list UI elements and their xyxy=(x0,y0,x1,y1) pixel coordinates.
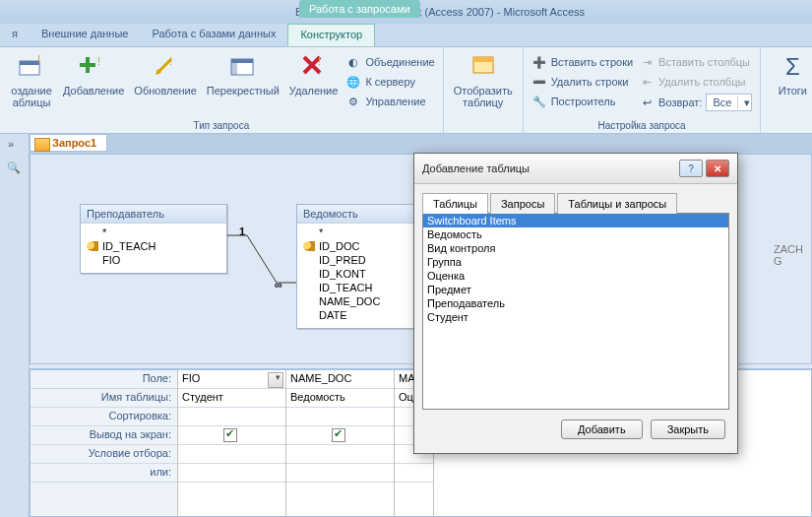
list-item[interactable]: Преподаватель xyxy=(423,296,728,310)
passthrough-button[interactable]: 🌐К серверу xyxy=(344,73,436,91)
label-show: Вывод на экран: xyxy=(31,426,177,445)
group-label: Тип запроса xyxy=(0,120,443,131)
grid-col-2[interactable]: NAME_DOC Ведомость xyxy=(286,370,395,516)
field-fio[interactable]: FIO xyxy=(85,253,222,267)
navigation-pane-collapsed[interactable]: » 🔍 xyxy=(0,134,30,517)
builder-icon: 🔧 xyxy=(531,94,547,109)
list-item[interactable]: Switchboard Items xyxy=(423,214,728,227)
add-table-dialog: Добавление таблицы ? ✕ Таблицы Запросы Т… xyxy=(413,153,738,454)
ribbon-tabs: я Внешние данные Работа с базами данных … xyxy=(0,24,812,47)
help-button[interactable]: ? xyxy=(679,160,703,177)
list-item[interactable]: Студент xyxy=(423,310,728,324)
cell-sort[interactable] xyxy=(286,408,394,426)
field-star[interactable]: * xyxy=(85,226,222,239)
label-field: Поле: xyxy=(31,370,177,389)
list-item[interactable]: Оценка xyxy=(423,269,728,283)
cell-or[interactable] xyxy=(395,464,433,483)
cell-table[interactable]: Студент xyxy=(178,389,285,408)
table-header: Преподаватель xyxy=(81,205,226,224)
group-query-setup: ➕Вставить строки ➖Удалить строки 🔧Постро… xyxy=(524,47,762,133)
ribbon: !оздание аблицы !Добавление !Обновление … xyxy=(0,47,812,134)
totals-button[interactable]: ΣИтоги xyxy=(767,49,812,133)
svg-rect-7 xyxy=(231,59,237,75)
expand-icon[interactable]: » xyxy=(8,138,14,150)
insert-rows-icon: ➕ xyxy=(531,54,547,70)
tab-external-data[interactable]: Внешние данные xyxy=(30,24,140,46)
grid-row-labels: Поле: Имя таблицы: Сортировка: Вывод на … xyxy=(31,370,178,516)
grid-col-1[interactable]: FIO Студент xyxy=(178,370,286,516)
cell-criteria[interactable] xyxy=(178,445,285,464)
builder-button[interactable]: 🔧Построитель xyxy=(530,93,635,110)
cell-table[interactable]: Ведомость xyxy=(286,389,394,408)
show-table-button[interactable]: Отобразить таблицу xyxy=(450,49,517,133)
svg-rect-10 xyxy=(473,57,493,62)
insert-rows-button[interactable]: ➕Вставить строки xyxy=(530,53,635,71)
union-icon: ◐ xyxy=(345,54,361,70)
union-button[interactable]: ◐Объединение xyxy=(344,53,436,71)
dropdown-icon: ▾ xyxy=(737,97,751,109)
cell-criteria[interactable] xyxy=(286,445,394,464)
cell-field[interactable]: FIO xyxy=(178,370,285,389)
dialog-tabs: Таблицы Запросы Таблицы и запросы xyxy=(422,192,729,214)
search-icon[interactable]: 🔍 xyxy=(7,162,21,174)
insert-cols-icon: ⇥ xyxy=(639,54,655,70)
label-criteria: Условие отбора: xyxy=(31,445,177,464)
cell-or[interactable] xyxy=(178,464,285,483)
label-table: Имя таблицы: xyxy=(31,389,177,408)
insert-cols-button[interactable]: ⇥Вставить столбцы xyxy=(637,53,754,71)
data-definition-button[interactable]: ⚙Управление xyxy=(344,93,436,110)
return-icon: ↩ xyxy=(639,95,655,110)
list-item[interactable]: Вид контроля xyxy=(423,241,728,255)
manage-icon: ⚙ xyxy=(345,94,361,109)
tab-design[interactable]: Конструктор xyxy=(287,24,375,46)
group-query-type: !оздание аблицы !Добавление !Обновление … xyxy=(0,47,444,133)
cell-or[interactable] xyxy=(286,464,394,483)
bg-text: ZACHG xyxy=(774,243,803,267)
dlg-tab-tables[interactable]: Таблицы xyxy=(422,193,488,214)
dlg-tab-both[interactable]: Таблицы и запросы xyxy=(557,193,677,214)
group-label: Настройка запроса xyxy=(524,120,761,131)
cell-show-checkbox[interactable] xyxy=(178,426,285,445)
server-icon: 🌐 xyxy=(345,74,361,90)
svg-rect-1 xyxy=(20,61,39,65)
cell-show-checkbox[interactable] xyxy=(286,426,394,445)
cell-field[interactable]: NAME_DOC xyxy=(286,370,394,389)
close-button[interactable]: ✕ xyxy=(706,160,729,177)
dlg-tab-queries[interactable]: Запросы xyxy=(490,193,555,214)
dialog-title: Добавление таблицы xyxy=(422,162,676,174)
group-totals: ΣИтоги xyxy=(761,47,812,133)
tab-home[interactable]: я xyxy=(0,24,30,46)
table-prepodavatel[interactable]: Преподаватель * ID_TEACH FIO xyxy=(80,204,227,274)
svg-text:!: ! xyxy=(37,53,40,65)
tab-database-tools[interactable]: Работа с базами данных xyxy=(140,24,287,46)
cell-sort[interactable] xyxy=(178,408,285,426)
label-or: или: xyxy=(31,464,177,483)
return-value-combo[interactable]: Все▾ xyxy=(706,94,752,111)
return-combo[interactable]: ↩Возврат: Все▾ xyxy=(637,93,754,112)
group-show-table: Отобразить таблицу xyxy=(444,47,524,133)
relationship-line[interactable]: 1 ∞ xyxy=(227,263,296,292)
delete-rows-button[interactable]: ➖Удалить строки xyxy=(530,73,635,91)
field-id-teach[interactable]: ID_TEACH xyxy=(85,239,222,253)
contextual-tab-label: Работа с запросами xyxy=(299,0,420,18)
svg-text:!: ! xyxy=(97,55,100,67)
delete-rows-icon: ➖ xyxy=(531,74,547,90)
list-item[interactable]: Предмет xyxy=(423,283,728,296)
label-sort: Сортировка: xyxy=(31,408,177,426)
delete-cols-icon: ⇤ xyxy=(639,74,655,90)
close-dialog-button[interactable]: Закрыть xyxy=(651,420,725,439)
add-button[interactable]: Добавить xyxy=(561,420,643,439)
document-tab[interactable]: Запрос1 xyxy=(30,134,107,152)
svg-text:!: ! xyxy=(169,55,172,67)
list-item[interactable]: Группа xyxy=(423,255,728,269)
svg-text:!: ! xyxy=(318,55,321,67)
dialog-titlebar[interactable]: Добавление таблицы ? ✕ xyxy=(414,154,737,184)
table-list[interactable]: Switchboard Items Ведомость Вид контроля… xyxy=(422,213,729,410)
list-item[interactable]: Ведомость xyxy=(423,227,728,241)
delete-cols-button[interactable]: ⇤Удалить столбцы xyxy=(637,73,754,91)
